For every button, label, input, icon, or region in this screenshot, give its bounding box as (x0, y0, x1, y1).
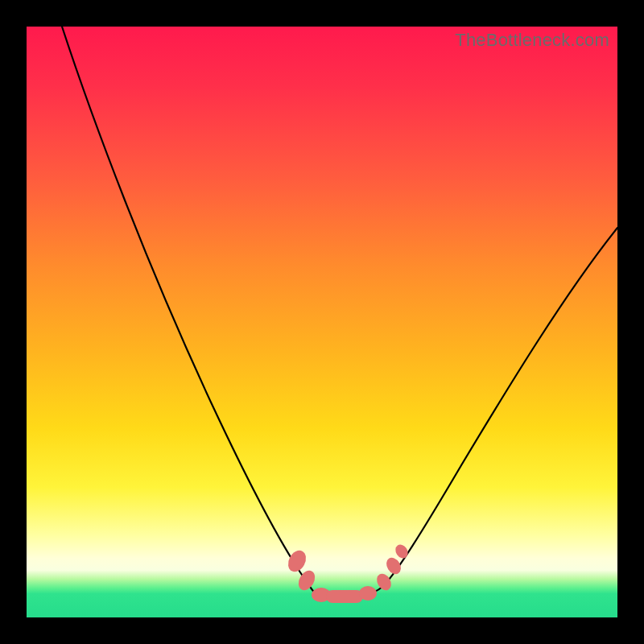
curve-right-branch (382, 228, 617, 587)
watermark-text: TheBottleneck.com (455, 30, 609, 51)
marker-point (359, 586, 377, 601)
marker-point (285, 547, 310, 575)
marker-point (383, 555, 403, 576)
marker-point (295, 568, 319, 593)
curve-left-branch (62, 27, 316, 595)
chart-svg (27, 27, 617, 617)
chart-frame: TheBottleneck.com (0, 0, 644, 644)
marker-point (326, 590, 363, 603)
plot-area: TheBottleneck.com (27, 27, 617, 617)
marker-group (285, 543, 411, 603)
